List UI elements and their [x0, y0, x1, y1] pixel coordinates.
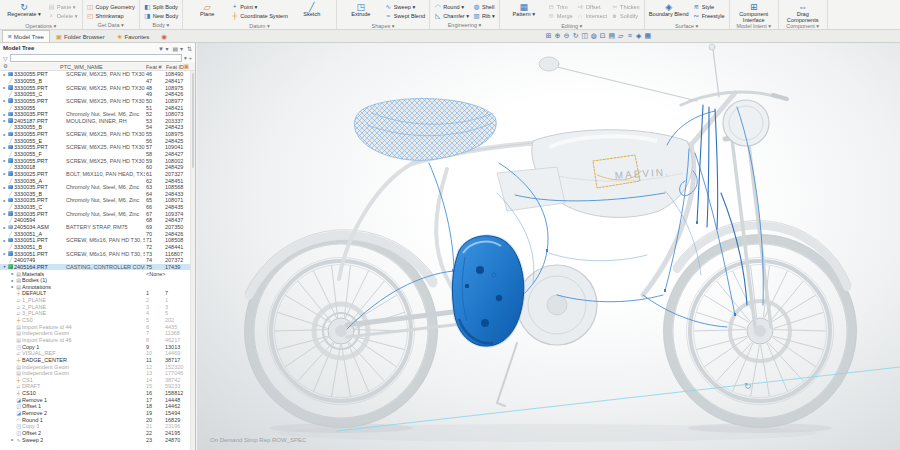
freestyle-button[interactable]: ∾Freestyle [693, 12, 725, 20]
graphics-area[interactable]: MAEVIN. [197, 43, 900, 450]
motorcycle-model[interactable]: MAEVIN. [197, 43, 900, 450]
tree-row[interactable]: ▾ 2405164.PRT CASTING, CONTROLLER COVER,… [0, 264, 195, 271]
selected-part-controller-cover[interactable] [452, 236, 523, 346]
tree-row[interactable]: ┼ CS10 16 158812 [0, 390, 195, 397]
column-feat-number[interactable]: Feat # [146, 64, 162, 70]
tree-row[interactable]: ▤ Independent Geom 7 11368 [0, 330, 195, 337]
tree-row[interactable]: ▸ 3330051.PRT SCREW, M6x16, PAN HD T30, … [0, 237, 195, 244]
tree-row[interactable]: ┼ CS1 14 38742 [0, 376, 195, 383]
tree-row[interactable]: ◪ Remove 1 17 14448 [0, 396, 195, 403]
tree-row[interactable]: ╱ 3330051_A 70 248426 [0, 230, 195, 237]
tree-row[interactable]: ▸ 3330055.PRT SCREW, M6X25, PAN HD TX30,… [0, 131, 195, 138]
add-filter-button[interactable]: + [189, 55, 192, 61]
zoom-out-icon[interactable]: ⊖ [563, 31, 571, 41]
tree-column-settings-icon[interactable]: ▣ [184, 63, 189, 69]
datum-display-icon[interactable]: ▱ [617, 31, 625, 41]
tree-row[interactable]: ╱ 2400749 74 207372 [0, 257, 195, 264]
tree-row[interactable]: ╱ 3330055_C 49 248426 [0, 91, 195, 98]
tree-filter-icon[interactable]: ▼ ▾ [158, 45, 169, 52]
tree-row[interactable]: ╱ 3330055_F 58 248427 [0, 151, 195, 158]
tree-row[interactable]: ▸ 3330051.PRT SCREW, M6x16, PAN HD T30, … [0, 250, 195, 257]
chamfer-button[interactable]: ◺Chamfer ▾ [434, 12, 469, 20]
tree-row[interactable]: ▸ 3330035.PRT Chromoly Nut, Steel, M6, Z… [0, 197, 195, 204]
tree-row[interactable]: ◫ Offset 2 22 24195 [0, 430, 195, 437]
spin-center-marker[interactable]: ↻ [744, 381, 752, 391]
coordinate-system-button[interactable]: ┼Coordinate System [231, 12, 288, 20]
tab-folder-browser[interactable]: ▣Folder Browser [50, 30, 111, 42]
shrinkwrap-button[interactable]: ◰Shrinkwrap [87, 12, 135, 20]
tab-model-tree[interactable]: ≡Model Tree [2, 30, 50, 42]
shading-icon[interactable]: ◫ [581, 31, 589, 41]
scrollbar-thumb[interactable] [192, 73, 194, 168]
tree-row[interactable]: ▸ ▤ Materials <None> [0, 270, 195, 277]
plane-button[interactable]: ▱Plane [187, 1, 227, 22]
pattern-button[interactable]: ▦Pattern ▾ [504, 1, 544, 22]
extrude-button[interactable]: ◳Extrude [341, 1, 381, 22]
tree-row[interactable]: ▸ 3330035.PRT Chromoly Nut, Steel, M6, Z… [0, 111, 195, 118]
perspective-icon[interactable]: ▦ [644, 31, 652, 41]
tree-row[interactable]: ╱ 3330035_C 66 248435 [0, 204, 195, 211]
tree-columns-icon[interactable]: ▤ ▾ [173, 45, 183, 52]
view-manager-icon[interactable]: ▤ [608, 31, 616, 41]
tree-row[interactable]: ▸ ∿ Sweep 2 23 24870 [0, 436, 195, 443]
tree-row[interactable]: ╱ 3330055_B 47 248417 [0, 78, 195, 85]
tree-row[interactable]: ▸ 3330025.PRT BOLT, M6X110, PAN HEAD, TX… [0, 171, 195, 178]
tree-row[interactable]: ▸ 2405187.PRT MOULDING, INNER, RH 53 203… [0, 117, 195, 124]
group-label-model-intent[interactable]: Model Intent ▾ [734, 22, 774, 30]
tree-row[interactable]: ▤ Import Feature id 46 8 46217 [0, 337, 195, 344]
tree-row[interactable]: ▱ 3_PLANE 4 5 [0, 310, 195, 317]
tree-row[interactable]: ┼ BADGE_CENTER 11 38717 [0, 357, 195, 364]
refit-icon[interactable]: ⊞ [545, 31, 553, 41]
saved-orientations-icon[interactable]: ⊡ [599, 31, 607, 41]
regenerate-button[interactable]: ↻Regenerate ▾ [4, 1, 44, 22]
rib-button[interactable]: ▥Rib ▾ [473, 12, 495, 20]
tree-row[interactable]: ◠ Round 1 20 16829 [0, 416, 195, 423]
tree-row[interactable]: ▸ 3330055.PRT SCREW, M6X25, PAN HD TX30,… [0, 98, 195, 105]
tree-row[interactable]: ▱ DRAFT 15 59233 [0, 383, 195, 390]
group-label-get-data[interactable]: Get Data ▾ [87, 21, 135, 29]
display-style-icon[interactable]: ◍ [590, 31, 598, 41]
tree-scrollbar[interactable] [190, 71, 195, 450]
group-label-editing[interactable]: Editing ▾ [504, 22, 640, 30]
drag-components-button[interactable]: ⇔Drag Components [783, 1, 823, 22]
tree-row[interactable]: ╱ 3330055_E 56 248425 [0, 137, 195, 144]
tree-row[interactable]: ╱ 3330055_B 54 248423 [0, 124, 195, 131]
tree-row[interactable]: ▸ 3330055.PRT SCREW, M6X25, PAN HD TX30,… [0, 144, 195, 151]
split-body-button[interactable]: ◧Split Body [144, 3, 179, 11]
copy-geometry-button[interactable]: ◫Copy Geometry [87, 3, 135, 11]
tree-row[interactable]: ╱ 3330051_B 72 248441 [0, 244, 195, 251]
tree-row[interactable]: ▱ 1_PLANE 2 1 [0, 297, 195, 304]
column-feat-id[interactable]: Feat ID [166, 64, 184, 70]
tree-row[interactable]: ▸ 3330035.PRT Chromoly Nut, Steel, M6, Z… [0, 210, 195, 217]
tree-row[interactable]: ▤ Import Feature id 44 6 4435 [0, 323, 195, 330]
group-label-engineering[interactable]: Engineering ▾ [434, 21, 495, 29]
tree-row[interactable]: ▸ ▤ Annotations [0, 284, 195, 291]
tree-row[interactable]: ┼ CS0 5 202 [0, 317, 195, 324]
tree-row[interactable]: ┼ DEFAULT 1 7 [0, 290, 195, 297]
tree-row[interactable]: ▸ ▤ Bodies (1) [0, 277, 195, 284]
spin-center-icon[interactable]: ◈ [635, 31, 643, 41]
sweep-button[interactable]: ∿Sweep ▾ [385, 3, 425, 11]
tree-row[interactable]: ▸ 3330055.PRT SCREW, M6X25, PAN HD TX30,… [0, 84, 195, 91]
tree-row[interactable]: ▸ 3330035.PRT Chromoly Nut, Steel, M6, Z… [0, 184, 195, 191]
swept-blend-button[interactable]: ≈Swept Blend [385, 12, 425, 20]
column-name[interactable]: PTC_WM_NAME [60, 64, 103, 70]
tree-row[interactable]: ▱ VISUAL_REF 10 14469 [0, 350, 195, 357]
tree-row[interactable]: ▸ 2405034.ASM BATTERY STRAP, RM75 69 207… [0, 224, 195, 231]
tree-row[interactable]: ╱ 3330035_B 64 248433 [0, 191, 195, 198]
point-button[interactable]: +Point ▾ [231, 3, 288, 11]
annotations-icon[interactable]: ≡ [626, 31, 634, 41]
tree-row[interactable]: ╱ 2400594 68 248437 [0, 217, 195, 224]
group-label-body[interactable]: Body ▾ [144, 21, 179, 29]
tree-row[interactable]: ▤ Independent Geom 13 177046 [0, 370, 195, 377]
zoom-in-icon[interactable]: ⊕ [554, 31, 562, 41]
group-label-component[interactable]: Component ▾ [783, 22, 823, 30]
tree-row[interactable]: ▤ Independent Geom 12 152320 [0, 363, 195, 370]
tree-row[interactable]: ◳ Copy 3 21 23196 [0, 423, 195, 430]
tree-row[interactable]: ╱ 3330055 51 248421 [0, 104, 195, 111]
sketch-button[interactable]: ╱Sketch [292, 1, 332, 22]
tree-row[interactable]: ◫ Offset 1 18 14462 [0, 403, 195, 410]
tab-favorites[interactable]: ★Favorites [111, 30, 156, 42]
shell-button[interactable]: ◍Shell [473, 3, 495, 11]
new-body-button[interactable]: ◨New Body [144, 12, 179, 20]
